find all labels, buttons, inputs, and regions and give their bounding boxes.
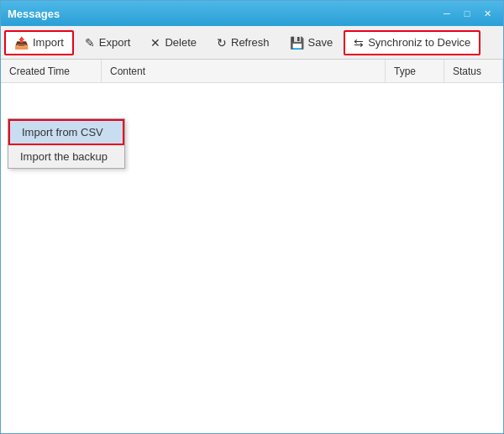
save-button[interactable]: 💾 Save: [281, 30, 343, 55]
window-content: Import from CSV Import the backup Create…: [1, 60, 503, 433]
delete-icon: ✕: [150, 36, 160, 50]
import-icon: 📤: [14, 36, 29, 50]
window-title: Messages: [8, 8, 60, 20]
maximize-button[interactable]: □: [458, 5, 476, 22]
delete-button[interactable]: ✕ Delete: [141, 30, 206, 55]
import-backup-item[interactable]: Import the backup: [8, 145, 124, 168]
import-from-csv-item[interactable]: Import from CSV: [8, 119, 124, 145]
refresh-icon: ↻: [217, 36, 227, 50]
synchronize-button[interactable]: ⇆ Synchroniz to Device: [344, 30, 480, 55]
export-button[interactable]: ✎ Export: [76, 30, 140, 55]
col-created-time: Created Time: [1, 60, 102, 82]
close-button[interactable]: ✕: [478, 5, 496, 22]
window-controls: ─ □ ✕: [438, 5, 496, 22]
minimize-button[interactable]: ─: [438, 5, 456, 22]
export-icon: ✎: [85, 36, 95, 50]
col-status: Status: [444, 60, 503, 82]
import-button[interactable]: 📤 Import: [4, 30, 74, 55]
refresh-button[interactable]: ↻ Refresh: [207, 30, 279, 55]
toolbar: 📤 Import ✎ Export ✕ Delete ↻ Refresh 💾 S…: [1, 26, 503, 60]
save-icon: 💾: [290, 36, 304, 50]
title-bar: Messages ─ □ ✕: [1, 1, 503, 26]
messages-window: Messages ─ □ ✕ 📤 Import ✎ Export ✕ Delet…: [0, 0, 504, 434]
col-content: Content: [102, 60, 386, 82]
col-type: Type: [386, 60, 444, 82]
sync-icon: ⇆: [354, 36, 364, 50]
import-dropdown: Import from CSV Import the backup: [8, 118, 125, 169]
table-header: Created Time Content Type Status: [1, 60, 503, 83]
